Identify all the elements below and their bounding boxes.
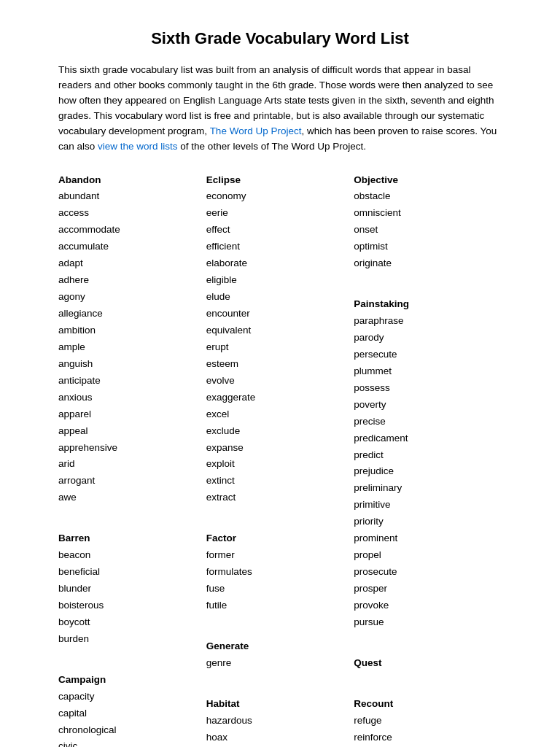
word-ample: ample bbox=[58, 341, 85, 352]
word-hazardous: hazardous bbox=[206, 715, 252, 726]
word-fuse: fuse bbox=[206, 583, 225, 594]
column-1: Abandon abundant access accommodate accu… bbox=[58, 172, 206, 747]
word-refuge: refuge bbox=[354, 715, 381, 726]
word-extinct: extinct bbox=[206, 475, 235, 486]
word-eligible: eligible bbox=[206, 274, 237, 285]
word-beneficial: beneficial bbox=[58, 566, 100, 577]
word-exploit: exploit bbox=[206, 458, 235, 469]
word-group-o: Objective obstacle omniscient onset opti… bbox=[354, 172, 502, 273]
word-genre: genre bbox=[206, 657, 232, 668]
word-boycott: boycott bbox=[58, 616, 90, 627]
word-abundant: abundant bbox=[58, 190, 99, 201]
word-civic: civic bbox=[58, 740, 77, 747]
word-group-r: Recount refuge reinforce reluctant remor… bbox=[354, 696, 502, 747]
word-erupt: erupt bbox=[206, 341, 229, 352]
word-capital: capital bbox=[58, 708, 87, 719]
word-capacity: capacity bbox=[58, 691, 95, 702]
word-prejudice: prejudice bbox=[354, 465, 394, 476]
word-boisterous: boisterous bbox=[58, 600, 104, 611]
word-propel: propel bbox=[354, 549, 381, 560]
word-group-b: Barren beacon beneficial blunder boister… bbox=[58, 530, 206, 648]
word-elaborate: elaborate bbox=[206, 258, 247, 268]
word-blunder: blunder bbox=[58, 583, 91, 594]
word-futile: futile bbox=[206, 600, 228, 611]
view-word-lists-link[interactable]: view the word lists bbox=[98, 141, 178, 152]
word-arrogant: arrogant bbox=[58, 475, 95, 486]
word-burden: burden bbox=[58, 633, 89, 644]
word-chronological: chronological bbox=[58, 724, 117, 735]
word-columns: Abandon abundant access accommodate accu… bbox=[58, 172, 502, 747]
word-adapt: adapt bbox=[58, 258, 83, 268]
word-group-e: Eclipse economy eerie effect efficient e… bbox=[206, 172, 354, 507]
word-recount: Recount bbox=[354, 698, 393, 709]
word-anxious: anxious bbox=[58, 392, 93, 403]
word-adhere: adhere bbox=[58, 274, 89, 285]
word-exaggerate: exaggerate bbox=[206, 392, 256, 403]
word-awe: awe bbox=[58, 492, 77, 503]
word-exclude: exclude bbox=[206, 425, 241, 436]
word-expanse: expanse bbox=[206, 442, 244, 453]
word-possess: possess bbox=[354, 382, 390, 393]
word-accommodate: accommodate bbox=[58, 224, 120, 235]
word-apparel: apparel bbox=[58, 409, 91, 419]
word-economy: economy bbox=[206, 190, 246, 201]
word-poverty: poverty bbox=[354, 399, 386, 410]
word-factor: Factor bbox=[206, 533, 236, 543]
word-group-a: Abandon abundant access accommodate accu… bbox=[58, 172, 206, 507]
word-optimist: optimist bbox=[354, 241, 388, 252]
word-prominent: prominent bbox=[354, 533, 397, 543]
word-excel: excel bbox=[206, 409, 230, 419]
word-originate: originate bbox=[354, 258, 392, 268]
word-allegiance: allegiance bbox=[58, 308, 103, 319]
word-generate: Generate bbox=[206, 640, 249, 651]
word-quest: Quest bbox=[354, 657, 381, 668]
word-encounter: encounter bbox=[206, 308, 250, 319]
word-group-c: Campaign capacity capital chronological … bbox=[58, 672, 206, 747]
word-group-f: Factor former formulates fuse futile bbox=[206, 530, 354, 614]
word-preliminary: preliminary bbox=[354, 482, 402, 493]
word-predicament: predicament bbox=[354, 433, 408, 444]
word-effect: effect bbox=[206, 224, 230, 235]
word-onset: onset bbox=[354, 224, 378, 235]
word-parody: parody bbox=[354, 332, 384, 343]
word-former: former bbox=[206, 549, 235, 560]
word-eclipse: Eclipse bbox=[206, 174, 241, 185]
word-extract: extract bbox=[206, 492, 236, 503]
word-obstacle: obstacle bbox=[354, 190, 390, 201]
word-provoke: provoke bbox=[354, 600, 389, 611]
word-arid: arid bbox=[58, 458, 75, 469]
word-plummet: plummet bbox=[354, 365, 392, 376]
word-anticipate: anticipate bbox=[58, 375, 101, 386]
word-omniscient: omniscient bbox=[354, 207, 401, 218]
word-apprehensive: apprehensive bbox=[58, 442, 117, 453]
word-primitive: primitive bbox=[354, 499, 390, 510]
word-hoax: hoax bbox=[206, 732, 228, 743]
column-2: Eclipse economy eerie effect efficient e… bbox=[206, 172, 354, 747]
word-eerie: eerie bbox=[206, 207, 228, 218]
word-ambition: ambition bbox=[58, 325, 96, 336]
word-persecute: persecute bbox=[354, 349, 397, 360]
intro-paragraph: This sixth grade vocabulary list was bui… bbox=[58, 63, 502, 155]
word-appeal: appeal bbox=[58, 425, 88, 436]
word-predict: predict bbox=[354, 449, 384, 460]
column-3: Objective obstacle omniscient onset opti… bbox=[354, 172, 502, 747]
word-group-g: Generate genre bbox=[206, 638, 354, 672]
word-painstaking: Painstaking bbox=[354, 298, 409, 309]
word-barren: Barren bbox=[58, 533, 90, 543]
word-up-project-link[interactable]: The Word Up Project bbox=[210, 125, 302, 136]
word-campaign: Campaign bbox=[58, 674, 106, 685]
word-access: access bbox=[58, 207, 89, 218]
word-group-q: Quest bbox=[354, 655, 502, 672]
page-title: Sixth Grade Vocabulary Word List bbox=[58, 29, 502, 48]
word-priority: priority bbox=[354, 516, 384, 527]
word-reinforce: reinforce bbox=[354, 732, 392, 743]
word-habitat: Habitat bbox=[206, 698, 240, 709]
page-container: Sixth Grade Vocabulary Word List This si… bbox=[0, 0, 560, 747]
word-objective: Objective bbox=[354, 174, 398, 185]
word-paraphrase: paraphrase bbox=[354, 315, 403, 326]
word-prosper: prosper bbox=[354, 583, 387, 594]
word-abandon: Abandon bbox=[58, 174, 101, 185]
word-equivalent: equivalent bbox=[206, 325, 252, 336]
word-anguish: anguish bbox=[58, 358, 93, 369]
word-pursue: pursue bbox=[354, 616, 384, 627]
